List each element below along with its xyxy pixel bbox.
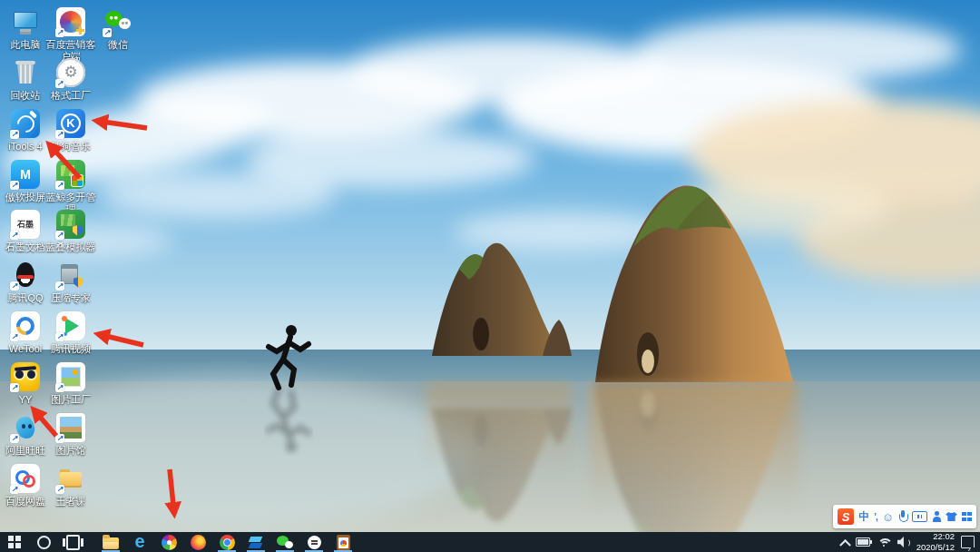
shortcut-arrow-overlay: [10, 181, 19, 190]
taskbar-clock[interactable]: 22:022020/5/12: [916, 531, 955, 552]
desktop-icon-label: 蓝叠模拟器: [44, 242, 98, 253]
taskbar-firefox[interactable]: [183, 532, 212, 552]
chrome-icon: [220, 535, 235, 550]
shortcut-arrow-overlay: [10, 231, 19, 240]
edge-icon: [134, 533, 144, 551]
system-tray: 22:022020/5/12: [841, 532, 980, 552]
wifi-icon[interactable]: [877, 537, 891, 547]
windows-logo-icon: [8, 536, 21, 548]
picture-hall-icon: [56, 413, 85, 442]
desktop-icon-label: 腾讯视频: [44, 343, 98, 355]
desktop-icon-picture-factory[interactable]: 图片工厂: [44, 362, 98, 406]
start-button[interactable]: [0, 532, 29, 552]
volume-icon[interactable]: [897, 537, 910, 547]
desktop-icon-label: 酷狗音乐: [44, 141, 98, 153]
wechat-icon: [103, 7, 132, 36]
shortcut-arrow-overlay: [55, 485, 64, 494]
shortcut-arrow-overlay: [55, 281, 64, 291]
skin-icon[interactable]: [946, 512, 957, 521]
search-button[interactable]: [29, 532, 58, 552]
desktop-icon-label: 微信: [91, 39, 145, 51]
wechat-icon: [277, 536, 293, 548]
windows-desktop: 此电脑 百度营销客户端 微信 回收站 格式工厂 iTools 4 酷狗音乐 傲软…: [0, 0, 980, 552]
desktop-icon-folder[interactable]: 王者课: [44, 464, 98, 508]
taskbar-shimo[interactable]: [299, 532, 328, 552]
picture-factory-icon: [56, 362, 85, 391]
shortcut-arrow-overlay: [55, 28, 64, 37]
clock-time: 22:02: [933, 531, 955, 541]
emulator-icon: [56, 210, 85, 239]
system-expert-icon: [56, 261, 85, 290]
emoji-icon[interactable]: [882, 508, 894, 525]
lanjing-manager-icon: [56, 160, 85, 189]
punctuation-toggle[interactable]: ’,: [874, 512, 877, 522]
taskbar: 22:022020/5/12: [0, 532, 980, 552]
toolbox-icon[interactable]: [962, 512, 972, 522]
chinese-mode-toggle[interactable]: 中: [858, 509, 869, 525]
shortcut-arrow-overlay: [10, 281, 19, 291]
folder-icon: [103, 537, 119, 549]
desktop-icon-label: 压缩专家: [44, 292, 98, 304]
sogou-ime-toolbar: S 中 ’,: [833, 505, 976, 528]
itools-icon: [11, 109, 40, 138]
shortcut-arrow-overlay: [103, 28, 112, 37]
firefox-icon: [191, 535, 206, 550]
search-icon: [37, 536, 51, 549]
baidu-netdisk-icon: [11, 464, 40, 493]
microphone-icon[interactable]: [898, 510, 907, 523]
tencent-video-icon: [56, 311, 85, 340]
shortcut-arrow-overlay: [10, 332, 19, 341]
shortcut-arrow-overlay: [55, 332, 64, 341]
wetool-icon: [11, 311, 40, 340]
taskbar-edge[interactable]: [125, 532, 154, 552]
desktop-icon-label: 图片工厂: [44, 394, 98, 406]
shimo-icon: [308, 536, 321, 549]
apower-mirror-icon: [11, 160, 40, 189]
task-view-icon: [66, 535, 80, 550]
shortcut-arrow-overlay: [10, 130, 19, 139]
desktop-icon-label: 王者课: [44, 496, 98, 508]
shimo-docs-icon: 石墨: [11, 210, 40, 239]
taskbar-chrome[interactable]: [212, 532, 241, 552]
ali-wangwang-icon: [11, 413, 40, 442]
desktop-icon-baidu-marketing[interactable]: 百度营销客户端: [44, 7, 98, 63]
shortcut-arrow-overlay: [10, 434, 19, 443]
task-view-button[interactable]: [58, 532, 87, 552]
taskbar-wechat[interactable]: [270, 532, 299, 552]
colorful-pinwheel-browser-icon: [162, 535, 177, 550]
desktop-icon-emulator[interactable]: 蓝叠模拟器: [44, 210, 98, 253]
desktop-icon-wechat[interactable]: 微信: [91, 7, 145, 51]
desktop-icon-tencent-video[interactable]: 腾讯视频: [44, 311, 98, 355]
action-center-icon[interactable]: [961, 536, 975, 548]
wallpaper-beach-photo: [0, 0, 980, 532]
baidu-marketing-icon: [56, 7, 85, 36]
shortcut-arrow-overlay: [55, 181, 64, 190]
chevron-up-icon[interactable]: [839, 538, 851, 550]
shortcut-arrow-overlay: [55, 130, 64, 139]
account-icon[interactable]: [932, 511, 941, 522]
taskbar-clipboard-photo-app[interactable]: [328, 532, 358, 552]
taskbar-pinwheel-browser[interactable]: [154, 532, 183, 552]
bluestacks-icon: [249, 536, 263, 549]
desktop-icon-kugou-music[interactable]: 酷狗音乐: [44, 109, 98, 153]
shortcut-arrow-overlay: [55, 383, 64, 392]
taskbar-bluestacks[interactable]: [241, 532, 270, 552]
sogou-logo-icon[interactable]: S: [838, 508, 854, 525]
desktop-icon-picture-hall[interactable]: 图片馆: [44, 413, 98, 457]
clock-date: 2020/5/12: [916, 542, 955, 552]
desktop-icon-lanjing-manager[interactable]: 蓝鲸多开管理: [44, 160, 98, 215]
shortcut-arrow-overlay: [55, 434, 64, 443]
soft-keyboard-icon[interactable]: [912, 511, 927, 522]
desktop-icon-label: 图片馆: [44, 445, 98, 457]
taskbar-file-explorer[interactable]: [96, 532, 125, 552]
desktop-icon-label: 格式工厂: [44, 90, 98, 102]
this-pc-icon: [11, 7, 40, 36]
battery-icon[interactable]: [856, 537, 870, 547]
recycle-bin-icon: [11, 58, 40, 87]
clipboard-photo-icon: [337, 535, 350, 550]
desktop-icon-format-factory[interactable]: 格式工厂: [44, 58, 98, 102]
tencent-qq-icon: [11, 261, 40, 290]
folder-icon: [56, 464, 85, 493]
desktop-icon-system-expert[interactable]: 压缩专家: [44, 261, 98, 304]
shortcut-arrow-overlay: [55, 79, 64, 88]
